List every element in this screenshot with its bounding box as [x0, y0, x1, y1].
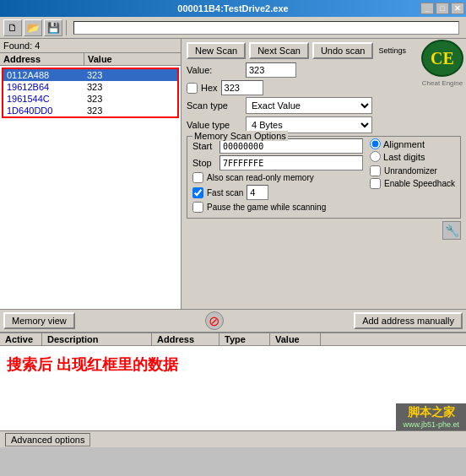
next-scan-button[interactable]: Next Scan: [249, 42, 309, 59]
value-type-label: Value type: [187, 120, 246, 130]
lastdigits-radio[interactable]: [370, 151, 381, 162]
scan-type-select[interactable]: Exact Value: [246, 97, 372, 114]
scan-fields-left: Start Stop Also scan read-only memory: [192, 138, 363, 214]
bottom-toolbar: Memory view ⊘ Add address manually: [0, 309, 466, 333]
main-toolbar: 🗋 📂 💾: [0, 17, 466, 39]
unrandomizer-checkbox[interactable]: [370, 165, 381, 176]
col-description: Description: [42, 333, 152, 345]
ce-logo: CE Cheat Engine: [420, 39, 464, 78]
hex-value-input[interactable]: [221, 80, 263, 95]
stop-row: Stop: [192, 155, 363, 170]
scan-type-row: Scan type Exact Value: [187, 97, 461, 114]
stop-input[interactable]: [219, 155, 363, 170]
new-scan-button[interactable]: New Scan: [187, 42, 246, 59]
row-1-address: 19612B64: [5, 81, 85, 93]
status-bar: Advanced options: [0, 430, 466, 447]
svg-text:CE: CE: [431, 49, 454, 68]
row-3-value: 323: [85, 105, 136, 116]
alignment-radio-row: Alignment: [370, 138, 455, 149]
table-header: Address Value: [0, 53, 181, 66]
speedhack-label: Enable Speedhack: [384, 179, 455, 188]
unrandomizer-row: Unrandomizer: [370, 165, 455, 176]
right-panel: CE Cheat Engine New Scan Next Scan Undo …: [182, 39, 466, 309]
address-header: Address: [0, 53, 84, 65]
table-row[interactable]: 19612B64 323: [3, 81, 177, 93]
address-list-header: Active Description Address Type Value: [0, 333, 466, 346]
row-0-address: 0112A488: [5, 69, 85, 81]
alignment-radio-group: Alignment Last digits: [370, 138, 455, 162]
result-list: 0112A488 323 19612B64 323 1961544C 323 1…: [2, 68, 179, 118]
advanced-options-label[interactable]: Advanced options: [11, 435, 84, 445]
lastdigits-label: Last digits: [383, 152, 425, 162]
address-list-area: Active Description Address Type Value 搜索…: [0, 333, 466, 430]
fastscan-row: Fast scan: [192, 185, 363, 200]
memory-scan-options-title: Memory Scan Options: [192, 131, 288, 141]
scan-settings-icon[interactable]: 🔧: [442, 221, 461, 240]
new-icon[interactable]: 🗋: [3, 19, 22, 36]
memory-view-button[interactable]: Memory view: [3, 312, 75, 329]
extra-checkboxes: Unrandomizer Enable Speedhack: [370, 165, 455, 189]
top-section: Found: 4 Address Value 0112A488 323 1961…: [0, 39, 466, 309]
toolbar-divider: [66, 20, 67, 35]
pausegame-row: Pause the game while scanning: [192, 202, 363, 213]
readonly-label: Also scan read-only memory: [207, 173, 314, 182]
table-row[interactable]: 0112A488 323: [3, 69, 177, 81]
row-2-value: 323: [85, 93, 136, 105]
add-address-button[interactable]: Add address manually: [354, 312, 463, 329]
col-address: Address: [152, 333, 219, 345]
found-label: Found: 4: [0, 39, 181, 53]
value-header: Value: [84, 53, 152, 65]
table-row[interactable]: 1D640DD0 323: [3, 105, 177, 116]
fastscan-checkbox[interactable]: [192, 187, 203, 198]
row-1-value: 323: [85, 81, 136, 93]
watermark-site: 脚本之家: [408, 405, 455, 420]
title-text: 000011B4:TestDrive2.exe: [177, 3, 288, 14]
stop-label: Stop: [192, 158, 216, 168]
left-panel: Found: 4 Address Value 0112A488 323 1961…: [0, 39, 182, 309]
pausegame-checkbox[interactable]: [192, 202, 203, 213]
speedhack-checkbox[interactable]: [370, 178, 381, 189]
maximize-button[interactable]: □: [436, 3, 449, 14]
title-bar: 000011B4:TestDrive2.exe _ □ ✕: [0, 0, 466, 17]
save-icon[interactable]: 💾: [44, 19, 62, 36]
scan-type-label: Scan type: [187, 100, 246, 111]
hex-checkbox[interactable]: [187, 83, 198, 94]
start-label: Start: [192, 141, 216, 151]
stop-icon[interactable]: ⊘: [205, 311, 224, 330]
fastscan-input[interactable]: [247, 185, 268, 200]
readonly-checkbox[interactable]: [192, 172, 203, 183]
col-value: Value: [270, 333, 321, 345]
result-table: Address Value 0112A488 323 19612B64 323 …: [0, 53, 181, 309]
col-active: Active: [0, 333, 42, 345]
stop-btn-container: ⊘: [79, 311, 350, 330]
undo-scan-button[interactable]: Undo scan: [312, 42, 374, 59]
table-row[interactable]: 1961544C 323: [3, 93, 177, 105]
memory-scan-options-group: Memory Scan Options Start Stop: [187, 136, 461, 219]
col-type: Type: [219, 333, 270, 345]
pausegame-label: Pause the game while scanning: [207, 203, 326, 212]
row-2-address: 1961544C: [5, 93, 85, 105]
title-bar-buttons: _ □ ✕: [420, 3, 464, 14]
unrandomizer-label: Unrandomizer: [384, 166, 437, 176]
value-input[interactable]: [246, 62, 296, 78]
fastscan-label: Fast scan: [207, 188, 243, 197]
watermark-url: www.jb51-phe.et: [403, 420, 459, 429]
value-label: Value:: [187, 65, 246, 75]
minimize-button[interactable]: _: [420, 3, 434, 14]
open-icon[interactable]: 📂: [24, 19, 42, 36]
watermark: 脚本之家 www.jb51-phe.et: [396, 403, 466, 430]
alignment-radio[interactable]: [370, 138, 381, 149]
row-3-address: 1D640DD0: [5, 105, 85, 116]
progress-bar: [73, 21, 459, 35]
settings-label[interactable]: Settings: [378, 46, 406, 55]
cheat-engine-label: Cheat Engine: [420, 79, 464, 87]
alignment-label: Alignment: [383, 139, 425, 149]
lastdigits-radio-row: Last digits: [370, 151, 455, 162]
main-window: 000011B4:TestDrive2.exe _ □ ✕ 🗋 📂 💾 Foun…: [0, 0, 466, 476]
scan-options-content: Start Stop Also scan read-only memory: [192, 138, 455, 214]
row-0-value: 323: [85, 69, 136, 81]
scan-fields-right: Alignment Last digits Unrandomizer: [370, 138, 455, 214]
hex-label: Hex: [201, 83, 218, 93]
close-button[interactable]: ✕: [451, 3, 464, 14]
icon-row: 🔧: [187, 221, 461, 240]
